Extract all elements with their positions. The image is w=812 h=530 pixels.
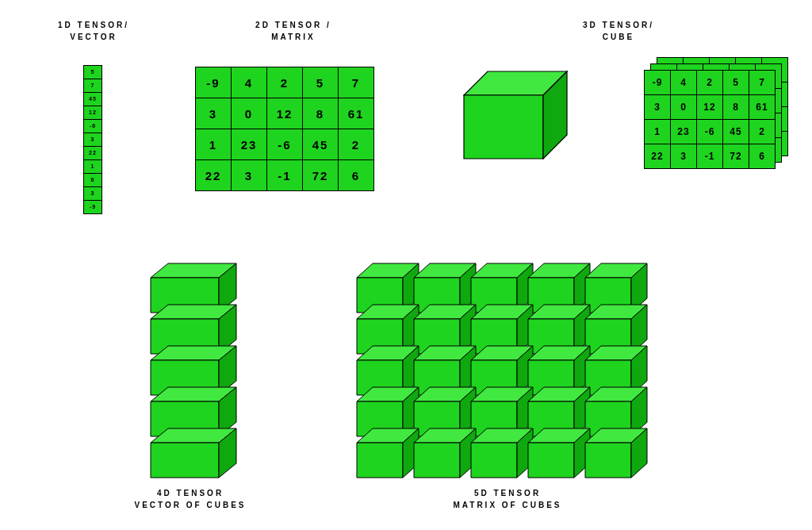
matrix-cell: 0 [232,98,267,129]
matrix-cell: 61 [749,95,776,120]
title-3d: 3D TENSOR/CUBE [555,19,682,43]
matrix-cell: 22 [645,144,671,169]
matrix-cell: 2 [267,67,303,98]
matrix-cell: 3 [645,95,671,120]
matrix-cell: 23 [232,129,267,160]
matrix-cell: 22 [196,160,232,191]
svg-marker-79 [357,443,403,478]
matrix-cell: 61 [339,98,374,129]
tensor-4d [143,254,262,484]
title-1d: 1D TENSOR/VECTOR [38,19,149,43]
matrix-cell: 12 [267,98,303,129]
vector-cell: -6 [84,120,102,133]
matrix-cell: 3 [671,144,697,169]
matrix-cell: 1 [645,120,671,144]
matrix-cell: 5 [303,67,339,98]
svg-marker-91 [585,443,631,478]
matrix-cell: 3 [196,98,232,129]
matrix-cell: 72 [723,144,749,169]
title-5d: 5D TENSORMATRIX OF CUBES [420,487,595,511]
vector-cell: 12 [84,106,102,120]
matrix-cell: -1 [267,160,303,191]
matrix-2d: -942573012861123-6452223-1726 [195,67,374,191]
matrix-cell: -9 [196,67,232,98]
svg-marker-1 [464,95,543,159]
matrix-cell: 6 [339,160,374,191]
matrix-cell: -6 [697,120,723,144]
title-4d: 4D TENSORVECTOR OF CUBES [111,487,270,511]
matrix-cell: 3 [232,160,267,191]
svg-marker-16 [151,443,219,478]
vector-cell: 3 [84,133,102,147]
matrix-cell: 5 [723,71,749,95]
vector-cell: 3 [84,187,102,201]
matrix-cell: 2 [697,71,723,95]
matrix-cell: 8 [723,95,749,120]
vector-cell: 22 [84,147,102,160]
matrix-cell: 2 [749,120,776,144]
matrix-cell: 6 [749,144,776,169]
matrix-cell: 45 [303,129,339,160]
tensor-5d [349,254,682,484]
matrix-cell: -9 [645,71,671,95]
vector-cell: 6 [84,174,102,187]
matrix-cell: 8 [303,98,339,129]
svg-marker-82 [414,443,460,478]
matrix-cell: 45 [723,120,749,144]
matrix-cell: 12 [697,95,723,120]
matrix-cell: 7 [749,71,776,95]
matrix-cell: -6 [267,129,303,160]
vector-cell: 1 [84,160,102,174]
matrix-cell: 2 [339,129,374,160]
svg-marker-85 [471,443,517,478]
vector-1d: 574512-6322163-9 [83,65,102,214]
matrix-cell: 7 [339,67,374,98]
matrix-cell: 4 [232,67,267,98]
title-2d: 2D TENSOR /MATRIX [230,19,357,43]
matrix-cell: 72 [303,160,339,191]
vector-cell: 7 [84,79,102,93]
matrix-cell: 1 [196,129,232,160]
cube-3d [440,67,591,194]
vector-cell: -9 [84,201,102,213]
svg-marker-88 [528,443,574,478]
matrix-cell: 4 [671,71,697,95]
matrix-cell: 23 [671,120,697,144]
vector-cell: 45 [84,93,102,106]
matrix-cell: -1 [697,144,723,169]
matrix-cell: 0 [671,95,697,120]
vector-cell: 5 [84,66,102,79]
